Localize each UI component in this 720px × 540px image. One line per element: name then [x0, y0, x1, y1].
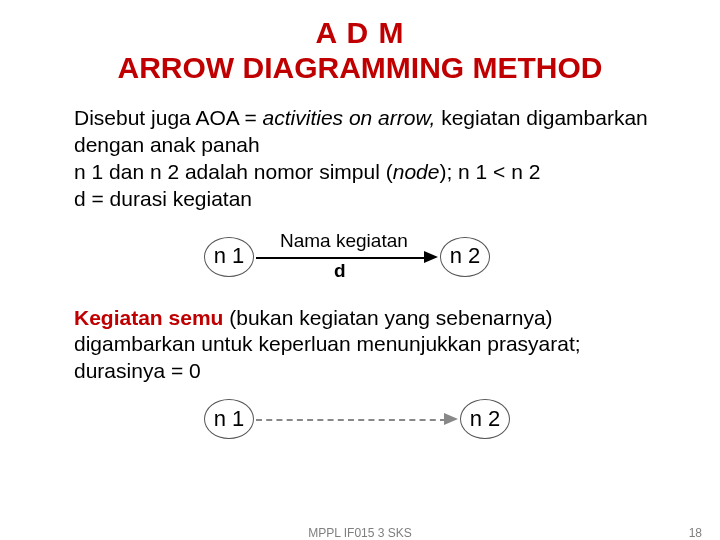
slide-body: Disebut juga AOA = activities on arrow, …	[0, 85, 720, 451]
dummy-node-n2: n 2	[460, 399, 510, 439]
node-n1: n 1	[204, 237, 254, 277]
dummy-arrowhead-icon	[444, 413, 458, 425]
arrowhead-icon	[424, 251, 438, 263]
footer-center-text: MPPL IF015 3 SKS	[0, 526, 720, 540]
p4-term: Kegiatan semu	[74, 306, 223, 329]
node-n2-label: n 2	[450, 242, 481, 270]
paragraph-2: n 1 dan n 2 adalah nomor simpul (node); …	[74, 159, 658, 186]
page-number: 18	[689, 526, 702, 540]
duration-label: d	[334, 259, 346, 283]
paragraph-1: Disebut juga AOA = activities on arrow, …	[74, 105, 658, 159]
slide-title: A D M ARROW DIAGRAMMING METHOD	[0, 0, 720, 85]
p1-text-a: Disebut juga AOA =	[74, 106, 263, 129]
activity-name-label: Nama kegiatan	[280, 229, 408, 253]
node-n1-label: n 1	[214, 242, 245, 270]
diagram-dummy-activity: n 1 n 2	[74, 391, 658, 451]
dummy-node-n2-label: n 2	[470, 405, 501, 433]
p1-italic: activities on arrow,	[263, 106, 436, 129]
title-line1: A D M	[0, 16, 720, 51]
title-line2: ARROW DIAGRAMMING METHOD	[0, 51, 720, 86]
dummy-node-n1: n 1	[204, 399, 254, 439]
p2-italic: node	[393, 160, 440, 183]
p2-text-c: ); n 1 < n 2	[439, 160, 540, 183]
paragraph-4: Kegiatan semu (bukan kegiatan yang seben…	[74, 305, 658, 386]
diagram-activity-arrow: n 1 Nama kegiatan d n 2	[74, 219, 658, 299]
paragraph-3: d = durasi kegiatan	[74, 186, 658, 213]
dummy-node-n1-label: n 1	[214, 405, 245, 433]
p2-text-a: n 1 dan n 2 adalah nomor simpul (	[74, 160, 393, 183]
dummy-arrow	[256, 419, 446, 421]
node-n2: n 2	[440, 237, 490, 277]
